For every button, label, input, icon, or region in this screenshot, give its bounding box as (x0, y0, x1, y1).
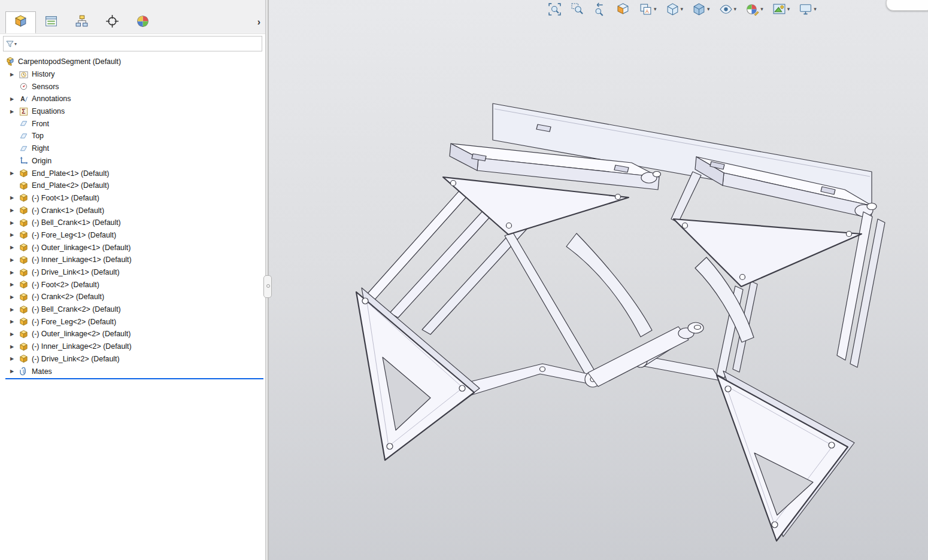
part-icon (19, 267, 29, 277)
tree-item[interactable]: ▶(-) Drive_Link<2> (Default) (0, 353, 265, 366)
dropdown-caret-icon[interactable]: ▾ (734, 7, 737, 12)
tree-item-label: (-) Inner_Linkage<1> (Default) (32, 254, 132, 266)
tree-item[interactable]: Origin (0, 155, 265, 168)
tree-item[interactable]: ▶History (0, 68, 265, 81)
expand-arrow-icon[interactable]: ▶ (10, 245, 19, 250)
dimxpertmanager-tab[interactable] (97, 11, 128, 34)
tree-item[interactable]: ▶(-) Bell_Crank<1> (Default) (0, 217, 265, 229)
expand-arrow-icon[interactable]: ▶ (10, 282, 19, 287)
tree-item[interactable]: CarpentopodSegment (Default) (0, 56, 265, 68)
part-icon (19, 342, 29, 351)
graphics-viewport[interactable] (265, 0, 928, 560)
panel-tab-bar: › (0, 0, 265, 34)
tree-item[interactable]: ▶(-) Outer_linkage<1> (Default) (0, 241, 265, 254)
tree-item[interactable]: ▶End_Plate<1> (Default) (0, 167, 265, 179)
dynamic-annotation-views-button[interactable]: A▾ (639, 2, 657, 16)
expand-arrow-icon[interactable]: ▶ (10, 171, 19, 176)
leg-assembly-1[interactable] (356, 144, 661, 460)
tree-item[interactable]: ▶(-) Fore_Leg<1> (Default) (0, 229, 265, 242)
dropdown-caret-icon[interactable]: ▾ (681, 7, 684, 12)
tree-item[interactable]: ▶(-) Outer_linkage<2> (Default) (0, 328, 265, 340)
expand-arrow-icon[interactable]: ▶ (10, 195, 19, 200)
propertymanager-tab[interactable] (36, 11, 66, 34)
tree-item-label: (-) Bell_Crank<2> (Default) (32, 303, 121, 315)
expand-arrow-icon[interactable]: ▶ (10, 109, 19, 114)
filter-caret-icon[interactable]: ▾ (14, 41, 17, 47)
panel-splitter[interactable] (265, 0, 269, 560)
zoom-to-fit-button[interactable] (548, 2, 562, 16)
sensors-icon (19, 82, 29, 92)
tree-item[interactable]: ▶Mates (0, 365, 265, 378)
tree-item[interactable]: End_Plate<2> (Default) (0, 179, 265, 192)
display-style-button[interactable]: ▾ (692, 2, 710, 16)
dropdown-caret-icon[interactable]: ▾ (707, 7, 710, 12)
expand-arrow-icon[interactable]: ▶ (10, 220, 19, 226)
rollback-bar[interactable] (5, 378, 263, 379)
expand-arrow-icon[interactable]: ▶ (10, 96, 19, 102)
propertymanager-tab-icon (44, 14, 59, 31)
annotations-icon: A (19, 94, 29, 104)
dynamic-annotation-views-icon: A (639, 2, 653, 16)
dropdown-caret-icon[interactable]: ▾ (814, 7, 817, 12)
section-view-button[interactable] (616, 2, 630, 16)
part-icon (19, 255, 29, 264)
section-view-icon (616, 2, 630, 16)
expand-arrow-icon[interactable]: ▶ (10, 331, 19, 337)
expand-arrow-icon[interactable]: ▶ (10, 369, 19, 374)
filter-bar: ▾ (3, 36, 262, 51)
expand-arrow-icon[interactable]: ▶ (10, 294, 19, 300)
tree-item[interactable]: ▶(-) Inner_Linkage<2> (Default) (0, 340, 265, 353)
expand-arrow-icon[interactable]: ▶ (10, 307, 19, 312)
tab-overflow-arrow[interactable]: › (257, 17, 260, 28)
displaymanager-tab[interactable] (128, 11, 158, 34)
view-settings-icon (799, 2, 812, 16)
expand-arrow-icon[interactable]: ▶ (10, 319, 19, 324)
tree-item[interactable]: ▶(-) Foot<1> (Default) (0, 192, 265, 205)
configurationmanager-tab[interactable] (66, 11, 97, 34)
expand-arrow-icon[interactable]: ▶ (10, 208, 19, 213)
tree-item[interactable]: ▶(-) Fore_Leg<2> (Default) (0, 315, 265, 328)
configurationmanager-tab-icon (74, 14, 89, 31)
expand-arrow-icon[interactable]: ▶ (10, 270, 19, 275)
dropdown-caret-icon[interactable]: ▾ (787, 7, 790, 12)
tree-item[interactable]: ▶(-) Foot<2> (Default) (0, 278, 265, 291)
view-settings-button[interactable]: ▾ (799, 2, 817, 16)
tree-item[interactable]: ▶(-) Inner_Linkage<1> (Default) (0, 254, 265, 266)
tree-item-label: End_Plate<1> (Default) (32, 168, 110, 179)
tree-item-label: Right (32, 142, 49, 154)
splitter-handle[interactable] (263, 275, 272, 298)
tree-item-label: Annotations (32, 93, 71, 105)
expand-arrow-icon[interactable]: ▶ (10, 344, 19, 349)
tree-item[interactable]: Front (0, 117, 265, 130)
featuremanager-tab-icon (13, 14, 28, 31)
filter-funnel-icon[interactable] (6, 40, 14, 48)
tree-item[interactable]: ▶(-) Crank<1> (Default) (0, 204, 265, 217)
previous-view-button[interactable] (593, 2, 607, 16)
filter-input[interactable] (19, 38, 259, 50)
assembly-3d-model[interactable] (265, 0, 928, 560)
expand-arrow-icon[interactable]: ▶ (10, 257, 19, 263)
dropdown-caret-icon[interactable]: ▾ (654, 7, 657, 12)
tree-item[interactable]: ▶AAnnotations (0, 93, 265, 105)
edit-appearance-button[interactable]: ▾ (745, 2, 763, 16)
tree-item[interactable]: ▶ΣEquations (0, 105, 265, 118)
zoom-to-area-button[interactable] (571, 2, 584, 16)
apply-scene-button[interactable]: ▾ (772, 2, 790, 16)
tree-item[interactable]: Sensors (0, 80, 265, 93)
featuremanager-tab[interactable] (5, 11, 36, 34)
dropdown-caret-icon[interactable]: ▾ (760, 7, 763, 12)
expand-arrow-icon[interactable]: ▶ (10, 356, 19, 361)
tree-item[interactable]: Right (0, 142, 265, 155)
tree-item[interactable]: ▶(-) Drive_Link<1> (Default) (0, 266, 265, 279)
view-orientation-button[interactable]: ▾ (666, 2, 684, 16)
tree-item[interactable]: ▶(-) Bell_Crank<2> (Default) (0, 303, 265, 316)
tree-item[interactable]: Top (0, 130, 265, 142)
expand-arrow-icon[interactable]: ▶ (10, 72, 19, 77)
expand-arrow-icon[interactable]: ▶ (10, 232, 19, 238)
hide-show-items-button[interactable]: ▾ (719, 2, 737, 16)
dimxpertmanager-tab-icon (105, 14, 120, 31)
tree-item-label: End_Plate<2> (Default) (32, 179, 110, 191)
feature-manager-panel: › ▾ CarpentopodSegment (Default)▶History… (0, 0, 265, 560)
tree-item[interactable]: ▶(-) Crank<2> (Default) (0, 291, 265, 303)
tree-item-label: (-) Fore_Leg<2> (Default) (32, 316, 116, 328)
